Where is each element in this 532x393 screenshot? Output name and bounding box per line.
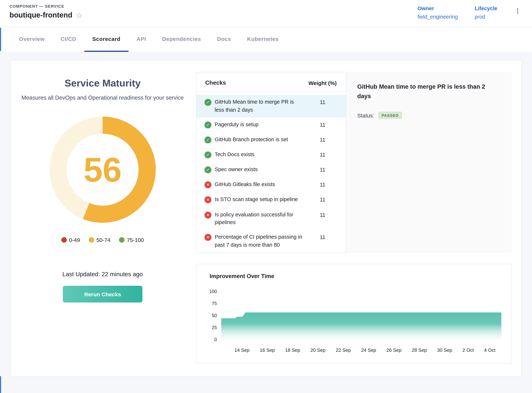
scorecard-title: Service Maturity	[65, 78, 141, 89]
x-tick-label: 18 Sep	[285, 347, 300, 353]
legend-label: 75-100	[127, 237, 144, 243]
check-status-icon: ✓	[204, 166, 211, 173]
scorecard-subtitle: Measures all DevOps and Operational read…	[21, 93, 184, 102]
check-label: Percentage of CI pipelines passing in pa…	[215, 233, 304, 249]
header-left: COMPONENT — SERVICE boutique-frontend ☆	[10, 4, 83, 19]
owner-label: Owner	[418, 5, 458, 11]
legend-item: 75-100	[119, 237, 144, 243]
checks-column-header: Checks	[205, 79, 226, 86]
check-weight: 11	[304, 166, 341, 174]
check-label: Tech Docs exists	[215, 151, 304, 159]
check-label: Pagerduty is setup	[215, 121, 304, 129]
check-status-icon: ✕	[204, 182, 211, 188]
tab-kubernetes[interactable]: Kubernetes	[239, 27, 287, 52]
x-tick-label: 28 Sep	[412, 347, 427, 353]
score-legend: 0-4950-7475-100	[61, 237, 144, 243]
check-weight: 11	[304, 233, 341, 241]
check-row[interactable]: ✕ GitHub Gitleaks file exists 11	[196, 177, 346, 192]
page-header: COMPONENT — SERVICE boutique-frontend ☆ …	[0, 0, 532, 27]
check-status-icon: ✓	[204, 136, 211, 143]
rerun-checks-button[interactable]: Rerun Checks	[63, 286, 142, 303]
y-tick-label: 25	[212, 325, 217, 330]
star-icon[interactable]: ☆	[76, 11, 83, 19]
x-tick-label: 20 Sep	[310, 347, 325, 353]
y-tick-label: 0	[214, 337, 217, 342]
scorecard-card: Service Maturity Measures all DevOps and…	[10, 60, 522, 377]
check-row[interactable]: ✓ Tech Docs exists 11	[196, 147, 346, 162]
check-row[interactable]: ✕ Is policy evaluation successful for pi…	[196, 207, 346, 230]
check-weight: 11	[304, 181, 341, 189]
status-label: Status:	[357, 112, 374, 118]
x-axis: 14 Sep16 Sep18 Sep20 Sep22 Sep24 Sep26 S…	[226, 347, 501, 353]
x-tick-label: 30 Sep	[437, 347, 452, 353]
legend-dot	[89, 237, 94, 243]
lifecycle-value: prod	[475, 14, 497, 20]
check-status-icon: ✕	[204, 196, 211, 203]
check-row[interactable]: ✕ Is STO scan stage setup in pipeline 11	[196, 192, 346, 207]
tab-api[interactable]: API	[129, 27, 154, 52]
check-weight: 11	[304, 196, 341, 204]
check-label: Is policy evaluation successful for pipe…	[215, 211, 304, 227]
check-row[interactable]: ✓ GitHub Branch protection is set 11	[196, 132, 346, 147]
maturity-summary: Service Maturity Measures all DevOps and…	[20, 72, 185, 364]
x-tick-label: 22 Sep	[336, 347, 351, 353]
owner-block: Owner field_engineering	[418, 5, 458, 20]
x-tick-label: 14 Sep	[234, 347, 249, 353]
check-label: GitHub Branch protection is set	[215, 136, 304, 144]
owner-value[interactable]: field_engineering	[418, 14, 458, 20]
kebab-menu-icon[interactable]: ⋮	[514, 5, 521, 15]
tab-ci-cd[interactable]: CI/CD	[53, 27, 84, 52]
page-title: boutique-frontend	[10, 11, 72, 19]
tab-dependencies[interactable]: Dependencies	[154, 27, 209, 52]
lifecycle-block: Lifecycle prod	[475, 5, 497, 20]
check-weight: 11	[304, 151, 341, 159]
check-row[interactable]: ✕ Percentage of CI pipelines passing in …	[196, 230, 346, 252]
x-tick-label: 4 Oct	[484, 347, 496, 353]
check-detail-panel: GitHub Mean time to merge PR is less tha…	[346, 72, 512, 253]
legend-dot	[61, 237, 67, 243]
check-row[interactable]: ✓ Spec owner exists 11	[196, 162, 346, 177]
x-tick-label: 16 Sep	[260, 347, 275, 353]
check-status-icon: ✓	[204, 152, 211, 158]
y-tick-label: 100	[209, 289, 217, 294]
check-detail-title: GitHub Mean time to merge PR is less tha…	[357, 82, 500, 101]
check-weight: 11	[304, 136, 341, 144]
app-window: COMPONENT — SERVICE boutique-frontend ☆ …	[0, 0, 532, 393]
legend-label: 0-49	[69, 237, 80, 243]
checks-and-chart: Checks Weight (%) ✓ GitHub Mean time to …	[196, 72, 512, 364]
tab-scorecard[interactable]: Scorecard	[84, 27, 129, 52]
tab-overview[interactable]: Overview	[11, 27, 53, 52]
tab-docs[interactable]: Docs	[209, 27, 239, 52]
legend-item: 50-74	[89, 237, 110, 243]
improvement-chart-title: Improvement Over Time	[210, 273, 501, 280]
check-status-icon: ✓	[204, 121, 211, 128]
status-badge: PASSED	[378, 112, 402, 119]
y-axis: 1007550250	[207, 289, 221, 342]
x-tick-label: 24 Sep	[361, 347, 376, 353]
improvement-chart-panel: Improvement Over Time 1007550250	[196, 264, 512, 364]
check-weight: 11	[304, 211, 341, 219]
check-row[interactable]: ✓ GitHub Mean time to merge PR is less t…	[196, 95, 346, 117]
checks-list: ✓ GitHub Mean time to merge PR is less t…	[196, 92, 346, 252]
check-status-icon: ✕	[204, 234, 211, 241]
check-status-icon: ✕	[204, 211, 211, 218]
checks-panel: Checks Weight (%) ✓ GitHub Mean time to …	[196, 72, 346, 253]
improvement-area-svg	[221, 289, 501, 342]
legend-dot	[119, 237, 125, 243]
check-status-icon: ✓	[204, 99, 211, 106]
check-weight: 11	[304, 98, 341, 107]
legend-label: 50-74	[96, 237, 110, 243]
breadcrumb: COMPONENT — SERVICE	[10, 4, 83, 8]
checks-header: Checks Weight (%)	[196, 72, 346, 92]
maturity-gauge-svg: 56	[48, 115, 157, 225]
content-area: Service Maturity Measures all DevOps and…	[0, 52, 532, 393]
weight-column-header: Weight (%)	[304, 80, 341, 86]
left-rail-accent-bottom	[0, 376, 1, 393]
x-tick-label: 2 Oct	[462, 347, 474, 353]
header-right: Owner field_engineering Lifecycle prod ⋮	[418, 4, 522, 20]
y-tick-label: 75	[212, 301, 217, 306]
legend-item: 0-49	[61, 237, 80, 243]
lifecycle-label: Lifecycle	[475, 5, 497, 11]
maturity-gauge: 56	[48, 115, 157, 226]
check-row[interactable]: ✓ Pagerduty is setup 11	[196, 117, 346, 132]
